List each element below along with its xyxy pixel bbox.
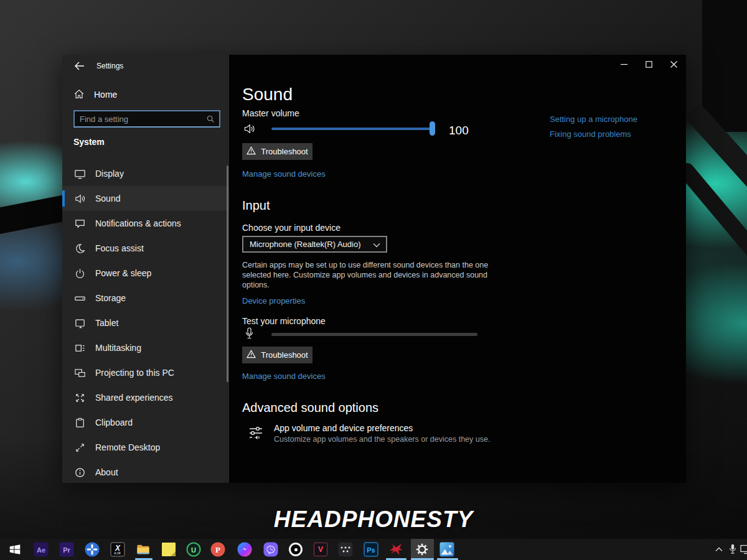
- app-volume-title: App volume and device preferences: [274, 423, 490, 433]
- file-explorer-icon[interactable]: [136, 543, 151, 557]
- chat-bubble-icon: [73, 217, 86, 230]
- sidebar-section-label: System: [73, 137, 105, 147]
- minimize-button[interactable]: [611, 55, 636, 73]
- maximize-button[interactable]: [636, 55, 661, 73]
- tray-chevron-up-icon[interactable]: [715, 547, 723, 552]
- settings-window: Settings Home System Display Sound: [62, 55, 686, 483]
- msi-dragon-icon[interactable]: [388, 543, 403, 556]
- pinterest-icon[interactable]: P: [211, 543, 225, 557]
- microphone-level-row: [242, 326, 479, 342]
- window-caption-buttons: [611, 55, 686, 73]
- close-button[interactable]: [661, 55, 686, 73]
- speaker-loud-icon[interactable]: [243, 123, 256, 138]
- choose-input-device-label: Choose your input device: [242, 223, 341, 233]
- storage-icon: [73, 292, 86, 304]
- fixing-sound-problems-link[interactable]: Fixing sound problems: [550, 129, 637, 139]
- sidebar-item-label: About: [95, 467, 118, 477]
- master-volume-slider-row: [242, 121, 466, 137]
- mixer-sliders-icon: [248, 424, 264, 441]
- window-title: Settings: [96, 62, 123, 70]
- sidebar-item-remote-desktop[interactable]: Remote Desktop: [62, 435, 229, 460]
- setting-up-microphone-link[interactable]: Setting up a microphone: [550, 114, 637, 124]
- troubleshoot-button-input[interactable]: Troubleshoot: [242, 347, 312, 363]
- sidebar-item-focus-assist[interactable]: Focus assist: [62, 236, 229, 261]
- sidebar-item-display[interactable]: Display: [62, 161, 229, 186]
- home-icon: [73, 88, 85, 101]
- after-effects-icon[interactable]: Ae: [34, 543, 49, 557]
- clipboard-icon: [73, 416, 86, 429]
- settings-gear-icon[interactable]: [416, 543, 429, 556]
- advanced-section-heading: Advanced sound options: [242, 401, 378, 415]
- search-input[interactable]: [75, 114, 206, 124]
- iobit-uninstaller-icon[interactable]: U: [187, 543, 201, 557]
- moon-icon: [73, 242, 86, 254]
- display-icon: [73, 167, 86, 180]
- tray-microphone-icon[interactable]: [729, 544, 737, 556]
- messenger-icon[interactable]: [238, 543, 252, 557]
- viber-icon[interactable]: [264, 543, 278, 557]
- input-device-dropdown[interactable]: Microphone (Realtek(R) Audio): [242, 236, 387, 253]
- sidebar-item-sound[interactable]: Sound: [62, 186, 229, 211]
- sidebar-item-label: Multitasking: [95, 343, 141, 353]
- microphone-level-meter: [271, 333, 477, 336]
- troubleshoot-button[interactable]: Troubleshoot: [242, 143, 312, 160]
- sidebar-item-shared-experiences[interactable]: Shared experiences: [62, 385, 229, 410]
- sidebar-item-label: Power & sleep: [95, 268, 151, 278]
- wallpaper-dark-column: [702, 0, 747, 132]
- sidebar-item-label: Projecting to this PC: [95, 368, 174, 378]
- sidebar-item-tablet[interactable]: Tablet: [62, 310, 229, 335]
- sidebar-item-label: Clipboard: [95, 418, 133, 427]
- photos-app-icon[interactable]: [440, 543, 454, 557]
- dots-app-icon[interactable]: [339, 543, 353, 557]
- sidebar-item-label: Shared experiences: [95, 393, 173, 403]
- settings-sidebar: Settings Home System Display Sound: [62, 55, 229, 483]
- sidebar-item-notifications[interactable]: Notifications & actions: [62, 211, 229, 236]
- sidebar-item-about[interactable]: About: [62, 460, 229, 483]
- sidebar-item-label: Storage: [95, 293, 126, 303]
- search-icon[interactable]: [206, 114, 219, 123]
- dial-app-icon[interactable]: [289, 543, 303, 556]
- master-volume-value: 100: [449, 124, 469, 138]
- device-properties-link[interactable]: Device properties: [242, 296, 305, 306]
- settings-search-box: [73, 110, 220, 128]
- master-volume-slider-thumb[interactable]: [430, 121, 435, 136]
- app-volume-subtitle: Customize app volumes and the speakers o…: [274, 435, 490, 444]
- sidebar-scrollbar[interactable]: [227, 166, 228, 382]
- chevron-down-icon: [373, 239, 380, 250]
- app-volume-preferences-row[interactable]: App volume and device preferences Custom…: [248, 423, 490, 444]
- settings-main-panel: Sound Master volume 100 Troubleshoot Man…: [229, 55, 686, 483]
- warning-triangle-icon: [247, 146, 256, 157]
- valorant-icon[interactable]: V: [314, 543, 327, 556]
- blue-circle-app-icon[interactable]: [85, 543, 100, 557]
- master-volume-slider-track[interactable]: [271, 128, 435, 130]
- sidebar-item-power-sleep[interactable]: Power & sleep: [62, 261, 229, 286]
- sidebar-item-label: Remote Desktop: [95, 442, 160, 452]
- sidebar-item-projecting[interactable]: Projecting to this PC: [62, 360, 229, 385]
- input-description: Certain apps may be set up to use differ…: [242, 260, 491, 290]
- sticky-notes-icon[interactable]: [162, 543, 176, 556]
- back-button[interactable]: [70, 58, 88, 73]
- microphone-icon: [245, 327, 254, 343]
- sidebar-nav: Display Sound Notifications & actions Fo…: [62, 161, 229, 483]
- app-volume-texts: App volume and device preferences Custom…: [274, 423, 490, 444]
- home-label: Home: [94, 90, 117, 100]
- sidebar-item-multitasking[interactable]: Multitasking: [62, 335, 229, 360]
- tray-monitor-icon[interactable]: [740, 545, 747, 554]
- sidebar-item-label: Display: [95, 169, 124, 179]
- multitasking-icon: [73, 342, 86, 354]
- input-device-selected: Microphone (Realtek(R) Audio): [250, 240, 360, 249]
- sidebar-item-home[interactable]: Home: [68, 86, 223, 103]
- sidebar-item-label: Focus assist: [95, 243, 144, 253]
- manage-sound-devices-link[interactable]: Manage sound devices: [242, 169, 326, 179]
- test-microphone-label: Test your microphone: [242, 316, 326, 326]
- info-icon: [73, 466, 86, 478]
- sidebar-item-storage[interactable]: Storage: [62, 286, 229, 310]
- manage-sound-devices-link-input[interactable]: Manage sound devices: [242, 371, 326, 381]
- photoshop-icon[interactable]: Ps: [364, 543, 378, 557]
- x-air-icon[interactable]: XAIR: [111, 543, 125, 557]
- sidebar-item-clipboard[interactable]: Clipboard: [62, 410, 229, 435]
- start-button[interactable]: [9, 543, 22, 556]
- troubleshoot-label: Troubleshoot: [261, 350, 308, 360]
- premiere-pro-icon[interactable]: Pr: [60, 543, 74, 557]
- shared-experiences-icon: [73, 391, 86, 404]
